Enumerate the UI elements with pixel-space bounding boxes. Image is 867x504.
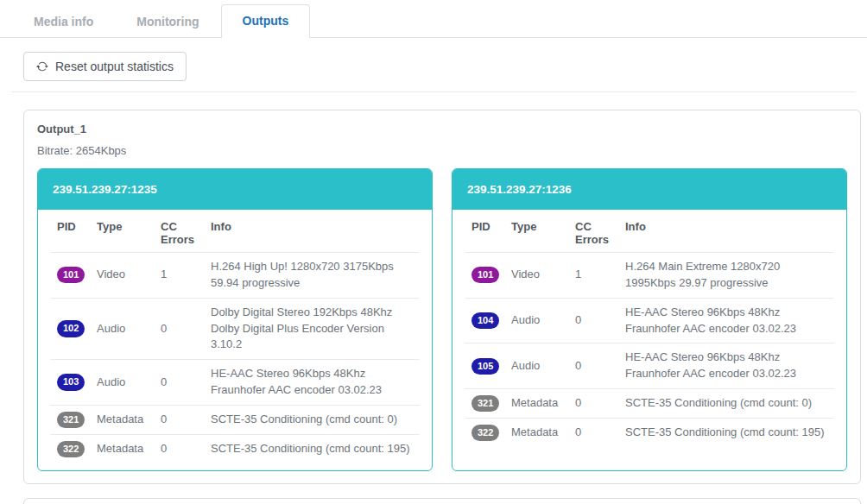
column-header-info: Info [204, 212, 420, 253]
cell-type: Metadata [504, 419, 568, 448]
cell-info: H.264 High Up! 1280x720 3175Kbps 59.94 p… [204, 253, 420, 299]
stream-table: PID Type CC Errors Info 101Video1H.264 H… [50, 212, 420, 463]
toolbar: Reset output statistics [23, 52, 867, 81]
table-row: 103Audio0HE-AAC Stereo 96Kbps 48Khz Frau… [50, 360, 420, 406]
pid-badge: 101 [57, 267, 85, 283]
table-row: 321Metadata0SCTE-35 Conditioning (cmd co… [50, 405, 420, 434]
cell-type: Audio [504, 298, 568, 343]
cell-pid: 321 [465, 389, 504, 419]
cell-pid: 103 [50, 360, 90, 406]
cell-cc-errors: 0 [154, 360, 204, 406]
cell-pid: 105 [465, 343, 504, 389]
cell-cc-errors: 0 [568, 343, 618, 389]
pid-badge: 322 [471, 425, 499, 441]
cell-cc-errors: 0 [568, 419, 618, 448]
cell-cc-errors: 0 [154, 298, 204, 360]
output-bitrate: Bitrate: 2654Kbps [37, 144, 847, 157]
table-row: 322Metadata0SCTE-35 Conditioning (cmd co… [465, 419, 834, 448]
cell-info: HE-AAC Stereo 96Kbps 48Khz Fraunhofer AA… [204, 360, 420, 406]
output-card-2: Output_2 [23, 498, 861, 504]
cell-cc-errors: 0 [154, 435, 204, 464]
table-row: 101Video1H.264 Main Extreme 1280x720 199… [465, 253, 834, 299]
stream-table: PID Type CC Errors Info 101Video1H.264 M… [465, 212, 834, 447]
pid-badge: 105 [471, 358, 499, 375]
cell-cc-errors: 1 [154, 253, 204, 299]
pid-badge: 321 [57, 412, 85, 428]
tab-monitoring[interactable]: Monitoring [115, 5, 220, 38]
stream-address: 239.51.239.27:1236 [452, 169, 846, 210]
cell-info: HE-AAC Stereo 96Kbps 48Khz Fraunhofer AA… [618, 298, 834, 343]
cell-type: Video [504, 253, 568, 299]
reset-button-label: Reset output statistics [55, 60, 174, 73]
cell-info: HE-AAC Stereo 96Kbps 48Khz Fraunhofer AA… [618, 343, 834, 389]
cell-pid: 321 [50, 405, 90, 434]
reset-output-statistics-button[interactable]: Reset output statistics [23, 52, 187, 81]
tab-outputs[interactable]: Outputs [221, 4, 311, 38]
tab-media-info[interactable]: Media info [12, 5, 115, 38]
table-header-row: PID Type CC Errors Info [50, 212, 420, 253]
stream-card-1236: 239.51.239.27:1236 PID Type CC Errors In… [452, 168, 847, 471]
column-header-cc-errors: CC Errors [568, 212, 618, 253]
refresh-icon [36, 60, 48, 72]
cell-type: Audio [90, 360, 154, 406]
cell-pid: 322 [465, 419, 504, 448]
cell-pid: 102 [50, 298, 90, 360]
cell-type: Audio [504, 343, 568, 389]
tab-bar: Media info Monitoring Outputs [0, 0, 867, 38]
table-row: 104Audio0HE-AAC Stereo 96Kbps 48Khz Frau… [465, 298, 834, 343]
stream-card-1235: 239.51.239.27:1235 PID Type CC Errors In… [37, 168, 433, 471]
table-row: 105Audio0HE-AAC Stereo 96Kbps 48Khz Frau… [465, 343, 834, 389]
column-header-type: Type [504, 212, 568, 253]
stream-table-wrapper: PID Type CC Errors Info 101Video1H.264 M… [452, 210, 846, 454]
cell-pid: 101 [50, 253, 90, 299]
pid-badge: 102 [57, 320, 85, 337]
cell-cc-errors: 0 [568, 389, 618, 419]
cell-pid: 322 [50, 435, 90, 464]
stream-address: 239.51.239.27:1235 [38, 169, 432, 210]
cell-pid: 104 [465, 298, 504, 343]
section-divider [11, 91, 856, 92]
cell-info: Dolby Digital Stereo 192Kbps 48Khz Dolby… [204, 298, 420, 360]
table-row: 102Audio0Dolby Digital Stereo 192Kbps 48… [50, 298, 420, 360]
table-row: 322Metadata0SCTE-35 Conditioning (cmd co… [50, 435, 420, 464]
stream-table-wrapper: PID Type CC Errors Info 101Video1H.264 H… [38, 210, 432, 470]
cell-cc-errors: 0 [568, 298, 618, 343]
cell-type: Metadata [90, 435, 154, 464]
table-row: 321Metadata0SCTE-35 Conditioning (cmd co… [465, 389, 834, 419]
output-card-1: Output_1 Bitrate: 2654Kbps 239.51.239.27… [23, 110, 861, 484]
pid-badge: 322 [57, 441, 85, 457]
cell-type: Metadata [90, 405, 154, 434]
streams-row: 239.51.239.27:1235 PID Type CC Errors In… [37, 168, 847, 471]
cell-pid: 101 [465, 253, 504, 299]
column-header-pid: PID [465, 212, 504, 253]
cell-cc-errors: 1 [568, 253, 618, 299]
cell-info: SCTE-35 Conditioning (cmd count: 195) [618, 419, 834, 448]
pid-badge: 103 [57, 374, 85, 390]
cell-type: Metadata [504, 389, 568, 419]
cell-type: Video [90, 253, 154, 299]
pid-badge: 321 [471, 395, 499, 412]
cell-type: Audio [90, 298, 154, 360]
cell-info: SCTE-35 Conditioning (cmd count: 195) [204, 435, 420, 464]
table-row: 101Video1H.264 High Up! 1280x720 3175Kbp… [50, 253, 420, 299]
pid-badge: 104 [471, 312, 499, 329]
column-header-pid: PID [50, 212, 90, 253]
pid-badge: 101 [471, 267, 499, 283]
cell-info: SCTE-35 Conditioning (cmd count: 0) [618, 389, 834, 419]
table-header-row: PID Type CC Errors Info [465, 212, 834, 253]
column-header-cc-errors: CC Errors [154, 212, 204, 253]
cell-cc-errors: 0 [154, 405, 204, 434]
cell-info: H.264 Main Extreme 1280x720 1995Kbps 29.… [618, 253, 834, 299]
cell-info: SCTE-35 Conditioning (cmd count: 0) [204, 405, 420, 434]
output-title: Output_1 [37, 121, 847, 135]
column-header-type: Type [90, 212, 154, 253]
column-header-info: Info [618, 212, 834, 253]
